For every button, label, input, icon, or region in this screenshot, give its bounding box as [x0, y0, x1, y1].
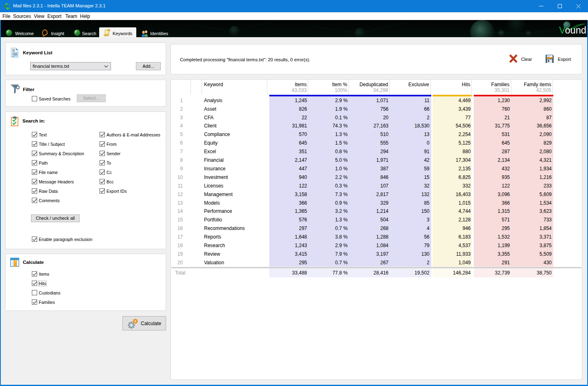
svg-text:ound: ound: [565, 25, 586, 36]
